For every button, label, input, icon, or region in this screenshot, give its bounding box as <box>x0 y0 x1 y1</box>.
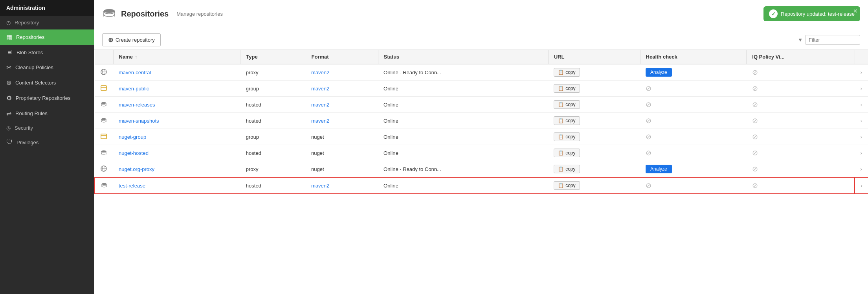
sidebar-item-blob-stores[interactable]: 🖥 Blob Stores <box>0 45 94 60</box>
copy-url-button[interactable]: 📋 copy <box>554 165 580 173</box>
sidebar-item-cleanup-policies[interactable]: ✂ Cleanup Policies <box>0 60 94 75</box>
create-repository-button[interactable]: ⊕ Create repository <box>102 33 161 46</box>
copy-url-button[interactable]: 📋 copy <box>554 132 580 141</box>
row-url[interactable]: 📋 copy <box>548 177 640 194</box>
chevron-right-icon[interactable]: › <box>861 182 862 189</box>
chevron-right-icon[interactable]: › <box>860 134 862 140</box>
page-header: Repositories Manage repositories ✓ Repos… <box>94 0 868 30</box>
table-row[interactable]: maven-central proxy maven2 Online - Read… <box>95 64 868 81</box>
row-name[interactable]: nuget.org-proxy <box>113 161 240 178</box>
row-health-check[interactable]: ⊘ <box>640 97 747 113</box>
row-health-check[interactable]: ⊘ <box>640 81 747 97</box>
sidebar-item-routing-rules[interactable]: ⇌ Routing Rules <box>0 106 94 121</box>
repo-name-link[interactable]: nuget-hosted <box>119 150 149 156</box>
row-expand[interactable]: › <box>855 97 868 113</box>
iq-policy-blocked-icon: ⊘ <box>752 85 758 92</box>
copy-label: copy <box>565 86 575 91</box>
row-format: maven2 <box>306 177 378 194</box>
col-iq-policy[interactable]: IQ Policy Vi... <box>747 50 855 64</box>
row-type: group <box>240 129 306 145</box>
copy-url-button[interactable]: 📋 copy <box>554 68 580 77</box>
col-url[interactable]: URL <box>548 50 640 64</box>
table-row[interactable]: maven-snapshots hosted maven2 Online 📋 c… <box>95 113 868 129</box>
sidebar-item-privileges[interactable]: 🛡 Privileges <box>0 135 94 150</box>
copy-url-button[interactable]: 📋 copy <box>554 84 580 93</box>
analyze-button[interactable]: Analyze <box>646 68 672 77</box>
cleanup-policies-icon: ✂ <box>6 64 11 71</box>
copy-url-button[interactable]: 📋 copy <box>554 116 580 125</box>
analyze-button[interactable]: Analyze <box>646 165 672 173</box>
row-expand[interactable]: › <box>855 145 868 161</box>
row-name[interactable]: nuget-group <box>113 129 240 145</box>
sidebar-item-repository[interactable]: ◷ Repository <box>0 16 94 29</box>
row-expand[interactable]: › <box>855 129 868 145</box>
table-row[interactable]: nuget-group group nuget Online 📋 copy ⊘ … <box>95 129 868 145</box>
row-url[interactable]: 📋 copy <box>548 64 640 81</box>
repo-name-link[interactable]: maven-snapshots <box>119 118 159 124</box>
row-expand[interactable]: › <box>855 113 868 129</box>
chevron-right-icon[interactable]: › <box>860 166 862 172</box>
notification-close-button[interactable]: ✕ <box>853 8 858 14</box>
proprietary-repos-icon: ⚙ <box>6 94 12 102</box>
row-health-check[interactable]: ⊘ <box>640 113 747 129</box>
row-name[interactable]: maven-snapshots <box>113 113 240 129</box>
row-url[interactable]: 📋 copy <box>548 113 640 129</box>
check-icon: ✓ <box>769 9 778 18</box>
sidebar-item-security[interactable]: ◷ Security <box>0 121 94 135</box>
chevron-right-icon[interactable]: › <box>860 118 862 124</box>
sidebar-item-label: Security <box>15 125 33 131</box>
copy-label: copy <box>565 118 575 123</box>
row-expand[interactable]: › <box>855 81 868 97</box>
table-row[interactable]: nuget-hosted hosted nuget Online 📋 copy … <box>95 145 868 161</box>
sidebar-item-proprietary-repos[interactable]: ⚙ Proprietary Repositories <box>0 90 94 106</box>
repo-name-link[interactable]: maven-central <box>119 70 151 75</box>
col-name[interactable]: Name ↑ <box>113 50 240 64</box>
chevron-right-icon[interactable]: › <box>860 150 862 156</box>
table-row[interactable]: maven-releases hosted maven2 Online 📋 co… <box>95 97 868 113</box>
sidebar-item-label: Repositories <box>16 34 44 40</box>
iq-policy-blocked-icon: ⊘ <box>752 149 758 157</box>
row-expand[interactable]: › <box>855 64 868 81</box>
row-health-check[interactable]: ⊘ <box>640 129 747 145</box>
col-status[interactable]: Status <box>378 50 548 64</box>
repo-name-link[interactable]: nuget-group <box>119 134 146 140</box>
row-health-check[interactable]: Analyze <box>640 64 747 81</box>
row-health-check[interactable]: ⊘ <box>640 145 747 161</box>
row-expand[interactable]: › <box>855 177 868 194</box>
table-row[interactable]: nuget.org-proxy proxy nuget Online - Rea… <box>95 161 868 178</box>
filter-input[interactable] <box>805 35 860 45</box>
row-iq-policy: ⊘ <box>747 113 855 129</box>
row-url[interactable]: 📋 copy <box>548 129 640 145</box>
row-health-check[interactable]: ⊘ <box>640 177 747 194</box>
sidebar-item-content-selectors[interactable]: ⊛ Content Selectors <box>0 75 94 90</box>
row-url[interactable]: 📋 copy <box>548 81 640 97</box>
repo-name-link[interactable]: maven-releases <box>119 102 155 108</box>
row-name[interactable]: nuget-hosted <box>113 145 240 161</box>
chevron-right-icon[interactable]: › <box>860 85 862 92</box>
sidebar-item-repositories[interactable]: ▦ Repositories <box>0 29 94 45</box>
row-url[interactable]: 📋 copy <box>548 97 640 113</box>
row-name[interactable]: maven-central <box>113 64 240 81</box>
sidebar-item-label: Blob Stores <box>17 50 43 55</box>
repo-name-link[interactable]: test-release <box>119 183 145 189</box>
row-expand[interactable]: › <box>855 161 868 178</box>
col-health-check[interactable]: Health check <box>640 50 747 64</box>
row-name[interactable]: maven-releases <box>113 97 240 113</box>
row-name[interactable]: maven-public <box>113 81 240 97</box>
row-name[interactable]: test-release <box>113 177 240 194</box>
col-type[interactable]: Type <box>240 50 306 64</box>
repo-name-link[interactable]: maven-public <box>119 86 149 92</box>
row-health-check[interactable]: Analyze <box>640 161 747 178</box>
table-row[interactable]: maven-public group maven2 Online 📋 copy … <box>95 81 868 97</box>
chevron-right-icon[interactable]: › <box>860 101 862 108</box>
row-url[interactable]: 📋 copy <box>548 161 640 178</box>
table-row[interactable]: test-release hosted maven2 Online 📋 copy… <box>95 177 868 194</box>
copy-icon: 📋 <box>558 70 564 75</box>
row-url[interactable]: 📋 copy <box>548 145 640 161</box>
copy-url-button[interactable]: 📋 copy <box>554 181 580 190</box>
chevron-right-icon[interactable]: › <box>860 69 862 75</box>
copy-url-button[interactable]: 📋 copy <box>554 149 580 157</box>
col-format[interactable]: Format <box>306 50 378 64</box>
repo-name-link[interactable]: nuget.org-proxy <box>119 166 154 172</box>
copy-url-button[interactable]: 📋 copy <box>554 100 580 109</box>
